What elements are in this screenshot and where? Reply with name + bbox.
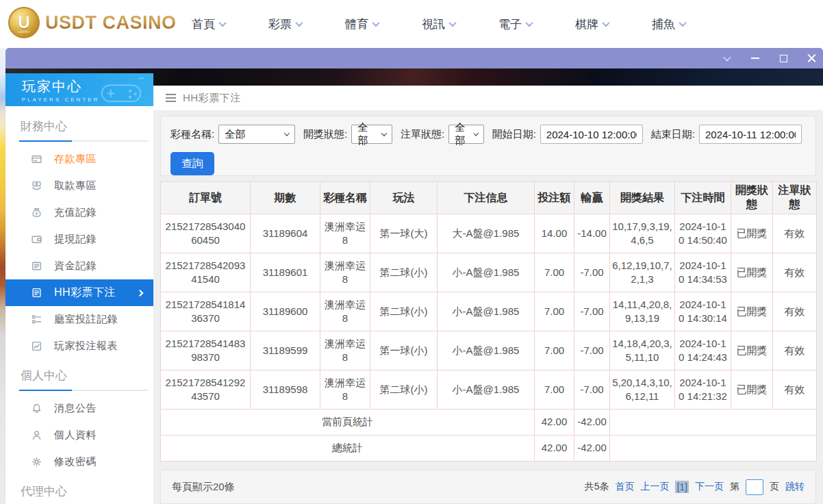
- nav-item[interactable]: 視訊: [422, 16, 455, 32]
- brand-logo[interactable]: U CASINO USDT CASINO: [8, 7, 177, 38]
- sidebar-menu: 財務中心存款專區取款專區充值記錄提現記錄資金記錄HH彩票下注廳室投註記錄玩家投注…: [5, 106, 153, 504]
- announcement-bell-icon: [31, 403, 42, 414]
- order-status-value: 全部: [455, 121, 469, 147]
- order-status-select[interactable]: 全部: [448, 125, 484, 144]
- draw-status-select[interactable]: 全部: [351, 125, 392, 144]
- nav-item[interactable]: 體育: [345, 16, 379, 32]
- sidebar-item-label: 資金記錄: [54, 260, 97, 273]
- top-nav: 首頁彩票體育視訊電子棋牌捕魚: [192, 0, 685, 48]
- jump-suffix-label: 页: [770, 481, 779, 493]
- table-cell: 已開獎: [731, 331, 773, 370]
- coin-logo-icon: U CASINO: [8, 7, 40, 38]
- column-header: 下注信息: [438, 182, 535, 214]
- first-page-link[interactable]: 首页: [615, 481, 634, 493]
- summary-bet-total: 42.00: [535, 436, 574, 462]
- nav-item[interactable]: 捕魚: [652, 16, 685, 32]
- table-cell: 31189598: [251, 370, 320, 410]
- minimize-button[interactable]: [748, 51, 763, 66]
- nav-item-label: 視訊: [422, 16, 445, 32]
- sidebar-item[interactable]: 存款專區: [5, 146, 153, 173]
- table-cell: 31189600: [251, 292, 320, 331]
- column-header: 投注額: [535, 182, 574, 214]
- table-cell: -7.00: [574, 370, 610, 410]
- sidebar-item[interactable]: 修改密碼: [5, 449, 153, 475]
- sidebar-item[interactable]: HH彩票下注: [5, 279, 153, 306]
- room-bet-record-icon: [31, 314, 42, 325]
- pager: 共5条 首页 上一页 [1] 下一页 第 页 跳转: [585, 479, 805, 495]
- close-icon: [807, 54, 816, 63]
- prev-page-link[interactable]: 上一页: [640, 481, 669, 493]
- jump-link[interactable]: 跳转: [785, 481, 805, 493]
- table-cell: 2152172854181436370: [161, 292, 251, 331]
- table-cell: 有效: [773, 292, 817, 331]
- sidebar-section-title: 財務中心: [5, 110, 153, 140]
- sidebar-item[interactable]: 資金記錄: [5, 253, 153, 279]
- sidebar-item-label: 提現記錄: [54, 233, 97, 246]
- deposit-card-icon: [31, 153, 42, 165]
- profile-person-icon: [31, 429, 42, 441]
- summary-row: 當前頁統計42.00-42.00: [161, 410, 817, 436]
- nav-item[interactable]: 彩票: [268, 16, 302, 32]
- sidebar-item[interactable]: 廳室投註記錄: [5, 306, 153, 333]
- sidebar-item-label: 廳室投註記錄: [54, 313, 118, 326]
- table-cell: 第一球(小): [370, 331, 438, 370]
- page-size-text: 每頁顯示20條: [172, 481, 235, 494]
- nav-item-label: 首頁: [192, 16, 215, 32]
- sidebar-item[interactable]: 取款專區: [5, 173, 153, 199]
- window-dropdown-button[interactable]: [720, 51, 735, 66]
- table-cell: 有效: [773, 370, 817, 410]
- chevron-right-icon: [137, 290, 144, 297]
- draw-status-label: 開獎狀態:: [303, 128, 347, 141]
- start-date-label: 開始日期:: [492, 128, 536, 141]
- hamburger-menu-icon[interactable]: [166, 94, 176, 102]
- table-row: 215217285418143637031189600澳洲幸运8第二球(小)小-…: [161, 292, 817, 331]
- sidebar-header: 玩家中心 PLAYERS CENTER: [5, 73, 153, 106]
- withdraw-hand-icon: [31, 180, 42, 192]
- table-cell: 2024-10-10 14:50:40: [675, 214, 731, 253]
- search-button[interactable]: 查詢: [170, 152, 214, 175]
- end-date-input[interactable]: [699, 125, 802, 144]
- section-divider: [19, 140, 148, 142]
- lottery-bet-icon: [31, 287, 42, 299]
- maximize-icon: [780, 55, 787, 62]
- page-jump-input[interactable]: [746, 479, 763, 495]
- table-cell: 7.00: [535, 292, 574, 331]
- nav-item[interactable]: 棋牌: [575, 16, 609, 32]
- nav-item-label: 彩票: [268, 16, 292, 32]
- summary-bet-total: 42.00: [535, 410, 574, 436]
- nav-item[interactable]: 首頁: [192, 16, 225, 32]
- sidebar-item[interactable]: 提現記錄: [5, 226, 153, 253]
- brand-name: USDT CASINO: [45, 12, 177, 34]
- start-date-input[interactable]: [540, 125, 643, 144]
- close-button[interactable]: [804, 51, 819, 66]
- sidebar-item[interactable]: 玩家投注報表: [5, 333, 153, 360]
- next-page-link[interactable]: 下一页: [695, 481, 724, 493]
- table-cell: 2024-10-10 14:30:14: [675, 292, 731, 331]
- table-cell: 澳洲幸运8: [320, 253, 370, 292]
- table-row: 215217285412924357031189598澳洲幸运8第二球(小)小-…: [161, 370, 817, 410]
- table-cell: -7.00: [574, 292, 610, 331]
- breadcrumb: HH彩票下注: [153, 86, 823, 110]
- section-divider: [19, 390, 148, 391]
- lottery-name-select[interactable]: 全部: [218, 125, 295, 144]
- withdrawal-record-icon: [31, 234, 42, 245]
- nav-item[interactable]: 電子: [498, 16, 532, 32]
- table-cell: 31189601: [251, 253, 320, 292]
- main-content: HH彩票下注 彩種名稱: 全部 開獎狀態: 全部 注單狀態:: [153, 86, 823, 504]
- sidebar-item[interactable]: 個人資料: [5, 422, 153, 449]
- chevron-down-icon: [723, 53, 731, 61]
- summary-empty-cell: [610, 436, 817, 462]
- table-cell: 5,20,14,3,10,6,12,11: [610, 370, 675, 410]
- table-cell: 有效: [773, 214, 817, 253]
- coin-caption: CASINO: [18, 30, 30, 34]
- table-cell: 14,11,4,20,8,9,13,19: [610, 292, 675, 331]
- sidebar-item[interactable]: 消息公告: [5, 395, 153, 422]
- table-cell: 第二球(小): [370, 292, 438, 331]
- table-cell: 7.00: [535, 370, 574, 410]
- sidebar-item[interactable]: 充值記錄: [5, 199, 153, 226]
- table-cell: 小-A盤@1.985: [438, 331, 535, 370]
- maximize-button[interactable]: [776, 51, 791, 66]
- chevron-down-icon: [381, 130, 387, 136]
- sidebar-item-label: 取款專區: [54, 179, 97, 192]
- chevron-down-icon: [218, 19, 226, 27]
